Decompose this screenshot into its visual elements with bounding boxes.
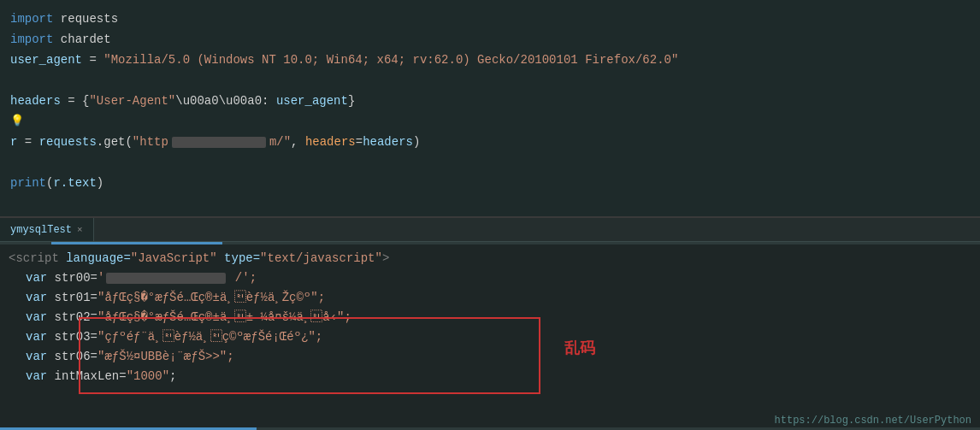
tab-ymysqltest[interactable]: ymysqlTest × bbox=[0, 218, 94, 241]
bulb-icon: 💡 bbox=[10, 112, 24, 131]
bottom-line-7: var intMaxLen="1000"; bbox=[0, 367, 980, 386]
bottom-line-6: var str06="æƒŠ½¤UBBè¡¨æƒŠ>>"; bbox=[0, 347, 980, 367]
str-user-agent-val: "Mozilla/5.0 (Windows NT 10.0; Win64; x6… bbox=[103, 50, 678, 69]
bottom-line-4: var str02="åƒŒç§�°æƒŠé…Œç®±ä¸± ¼å¤š¼ä¸… bbox=[0, 308, 980, 327]
code-line-3: user_agent = "Mozilla/5.0 (Windows NT 10… bbox=[0, 50, 980, 70]
keyword-import-1: import bbox=[10, 9, 53, 28]
var-headers-ref: headers bbox=[363, 133, 413, 151]
bottom-line-2: var str00=' /'; bbox=[0, 268, 980, 288]
punc-eq: = bbox=[82, 50, 103, 69]
code-line-8 bbox=[0, 152, 980, 173]
bottom-line-3: var str01="åƒŒç§�°æƒŠé…Œç®±ä¸èƒ½ä¸Žç©º"… bbox=[0, 288, 980, 308]
garbled-str03: "çƒºéƒ¨ä¸èƒ½ä¸ç©ºæƒŠé¡Œéº¿"; bbox=[97, 328, 322, 346]
str-headers-param: headers bbox=[305, 133, 356, 151]
keyword-print: print bbox=[10, 174, 46, 192]
fn-requests-get: requests bbox=[39, 133, 97, 151]
garbled-str01: "åƒŒç§�°æƒŠé…Œç®±ä¸èƒ½ä¸Žç©º"; bbox=[97, 289, 325, 307]
tab-label: ymysqlTest bbox=[10, 224, 72, 236]
scroll-thumb bbox=[51, 242, 222, 244]
str-url-end: m/" bbox=[269, 133, 291, 151]
str-user-agent-key: "User-Agent" bbox=[89, 91, 175, 110]
garbled-str06: "æƒŠ½¤UBBè¡¨æƒŠ>>"; bbox=[97, 348, 234, 366]
text-chardet: chardet bbox=[53, 30, 110, 49]
var-r: r bbox=[10, 133, 17, 151]
text-requests: requests bbox=[53, 9, 118, 28]
bottom-line-5: var str03="çƒºéƒ¨ä¸èƒ½ä¸ç©ºæƒŠé¡Œéº¿"; bbox=[0, 327, 980, 347]
keyword-import-2: import bbox=[10, 30, 53, 49]
url-watermark: https://blog.csdn.net/UserPython bbox=[775, 415, 971, 427]
bottom-line-1: <script language="JavaScript" type="text… bbox=[0, 249, 980, 268]
garbled-str02: "åƒŒç§�°æƒŠé…Œç®±ä¸± ¼å¤š¼ä¸å‹­"; bbox=[97, 309, 351, 327]
blurred-str00 bbox=[106, 273, 226, 284]
top-code-panel: import requests import chardet user_agen… bbox=[0, 0, 980, 218]
tab-bar: ymysqlTest × bbox=[0, 218, 980, 242]
code-line-9: print(r.text) bbox=[0, 173, 980, 193]
code-line-1: import requests bbox=[0, 9, 980, 29]
chaos-label: 乱码 bbox=[564, 338, 595, 358]
tab-close-icon[interactable]: × bbox=[77, 225, 83, 235]
bottom-code-content: <script language="JavaScript" type="text… bbox=[0, 242, 980, 390]
var-user-agent-ref: user_agent bbox=[276, 91, 348, 110]
code-line-7: r = requests.get("httpm/", headers=heade… bbox=[0, 132, 980, 152]
str-url: "http bbox=[133, 133, 168, 151]
bottom-code-panel: ymysqlTest × <script language="JavaScrip… bbox=[0, 218, 980, 430]
tag-script-open: <script bbox=[9, 250, 66, 268]
scroll-indicator bbox=[0, 242, 980, 244]
code-line-4 bbox=[0, 70, 980, 91]
code-line-5: headers = {"User-Agent"\u00a0\u00a0: use… bbox=[0, 91, 980, 111]
var-user-agent: user_agent bbox=[10, 50, 82, 69]
code-line-6: 💡 bbox=[0, 111, 980, 132]
var-r-text: r.text bbox=[53, 174, 96, 192]
blurred-url bbox=[172, 137, 266, 148]
code-line-2: import chardet bbox=[0, 29, 980, 50]
var-headers: headers bbox=[10, 91, 61, 110]
